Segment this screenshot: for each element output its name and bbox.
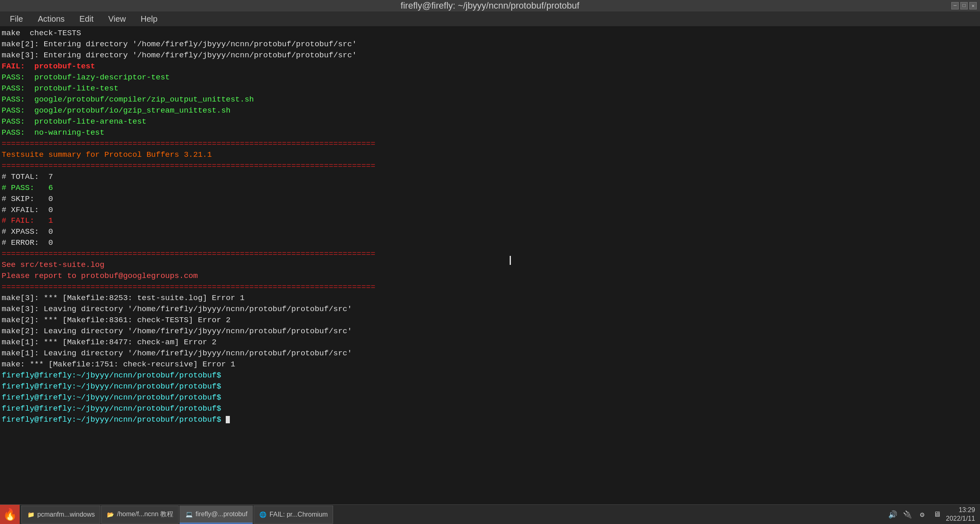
taskbar-right: 🔊 🔌 ⚙ 🖥 13:292022/1/11 (887, 505, 980, 524)
terminal-line: make[1]: Leaving directory '/home/firefl… (2, 348, 980, 359)
taskbar-item-icon: 🌐 (259, 510, 267, 519)
terminal-line: FAIL: protobuf-test (2, 61, 980, 72)
taskbar-item-label: /home/f...ncnn 教程 (117, 510, 174, 519)
taskbar-item-label: FAIL: pr...Chromium (270, 511, 328, 518)
terminal-line: firefly@firefly:~/jbyyy/ncnn/protobuf/pr… (2, 370, 980, 381)
menu-help[interactable]: Help (134, 13, 164, 25)
terminal-line: PASS: google/protobuf/compiler/zip_outpu… (2, 94, 980, 105)
taskbar-item[interactable]: 🌐FAIL: pr...Chromium (254, 506, 333, 524)
taskbar-item[interactable]: 💻firefly@...protobuf (179, 506, 253, 524)
close-button[interactable]: ✕ (969, 2, 977, 9)
speaker-icon[interactable]: 🔊 (887, 509, 898, 520)
terminal-line: make check-TESTS (2, 28, 980, 39)
menu-edit[interactable]: Edit (73, 13, 100, 25)
taskbar-item-icon: 💻 (185, 510, 193, 518)
settings-icon[interactable]: ⚙ (916, 509, 928, 520)
terminal-line: See src/test-suite.log (2, 260, 980, 271)
taskbar-item[interactable]: 📂/home/f...ncnn 教程 (101, 506, 179, 524)
terminal-line: # FAIL: 1 (2, 215, 980, 226)
terminal-line: make[2]: *** [Makefile:8361: check-TESTS… (2, 315, 980, 326)
terminal-output: make check-TESTSmake[2]: Entering direct… (0, 26, 980, 504)
system-clock: 13:292022/1/11 (946, 506, 975, 523)
terminal-line: ========================================… (2, 248, 980, 260)
terminal-line: PASS: protobuf-lite-arena-test (2, 116, 980, 127)
taskbar-item[interactable]: 📁pcmanfm...windows (21, 506, 100, 524)
taskbar-left: 🔥 📁pcmanfm...windows📂/home/f...ncnn 教程💻f… (0, 505, 333, 524)
taskbar-item-icon: 📂 (107, 510, 115, 519)
terminal-line: make[2]: Entering directory '/home/firef… (2, 39, 980, 50)
terminal-line: PASS: no-warning-test (2, 127, 980, 138)
taskbar-item-label: firefly@...protobuf (195, 510, 247, 518)
taskbar: 🔥 📁pcmanfm...windows📂/home/f...ncnn 教程💻f… (0, 504, 980, 524)
terminal-line: # TOTAL: 7 (2, 172, 980, 183)
terminal-line: # SKIP: 0 (2, 194, 980, 205)
display-icon[interactable]: 🖥 (931, 509, 943, 520)
terminal-line: # XPASS: 0 (2, 226, 980, 237)
terminal-line: PASS: protobuf-lazy-descriptor-test (2, 72, 980, 83)
terminal-cursor (226, 416, 230, 423)
terminal-line: # PASS: 6 (2, 183, 980, 194)
terminal-line: make[2]: Leaving directory '/home/firefl… (2, 326, 980, 337)
text-cursor-indicator (510, 256, 511, 265)
terminal-line: firefly@firefly:~/jbyyy/ncnn/protobuf/pr… (2, 381, 980, 392)
window-title: firefly@firefly: ~/jbyyy/ncnn/protobuf/p… (401, 0, 579, 11)
taskbar-item-label: pcmanfm...windows (37, 511, 95, 518)
network-icon[interactable]: 🔌 (902, 509, 913, 520)
title-bar: firefly@firefly: ~/jbyyy/ncnn/protobuf/p… (0, 0, 980, 11)
taskbar-item-icon: 📁 (27, 510, 35, 519)
terminal-line: ========================================… (2, 138, 980, 149)
terminal-line: firefly@firefly:~/jbyyy/ncnn/protobuf/pr… (2, 403, 980, 414)
terminal-line: Testsuite summary for Protocol Buffers 3… (2, 149, 980, 160)
terminal-line: make[3]: Leaving directory '/home/firefl… (2, 304, 980, 315)
terminal-line: # ERROR: 0 (2, 237, 980, 248)
taskbar-logo[interactable]: 🔥 (0, 505, 20, 524)
menu-file[interactable]: File (3, 13, 29, 25)
terminal-lines: make check-TESTSmake[2]: Entering direct… (2, 28, 980, 425)
minimize-button[interactable]: ─ (951, 2, 959, 9)
maximize-button[interactable]: □ (960, 2, 968, 9)
window-controls[interactable]: ─ □ ✕ (951, 0, 977, 11)
terminal-line: PASS: protobuf-lite-test (2, 83, 980, 94)
menu-view[interactable]: View (102, 13, 132, 25)
terminal-line: Please report to protobuf@googlegroups.c… (2, 271, 980, 282)
terminal-line: PASS: google/protobuf/io/gzip_stream_uni… (2, 105, 980, 116)
terminal-line: make[1]: *** [Makefile:8477: check-am] E… (2, 337, 980, 348)
terminal-line: ========================================… (2, 160, 980, 172)
terminal-line: firefly@firefly:~/jbyyy/ncnn/protobuf/pr… (2, 392, 980, 403)
taskbar-items: 📁pcmanfm...windows📂/home/f...ncnn 教程💻fir… (21, 505, 333, 524)
terminal-line: make: *** [Makefile:1751: check-recursiv… (2, 359, 980, 370)
terminal-line: firefly@firefly:~/jbyyy/ncnn/protobuf/pr… (2, 414, 980, 425)
terminal-line: make[3]: *** [Makefile:8253: test-suite.… (2, 293, 980, 304)
terminal-line: # XFAIL: 0 (2, 205, 980, 216)
menu-actions[interactable]: Actions (31, 13, 71, 25)
menu-bar: File Actions Edit View Help (0, 11, 980, 26)
terminal-line: make[3]: Entering directory '/home/firef… (2, 50, 980, 61)
terminal-line: ========================================… (2, 282, 980, 293)
